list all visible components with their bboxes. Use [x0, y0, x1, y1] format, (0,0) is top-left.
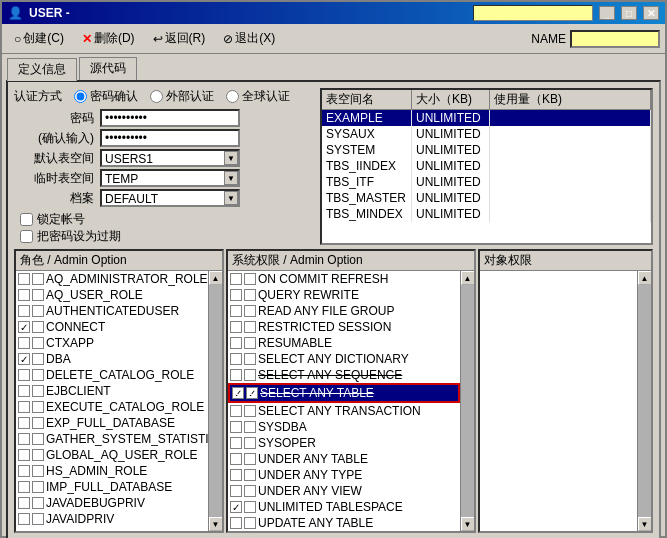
scroll-up-button[interactable]: ▲: [638, 271, 652, 285]
default-tablespace-select[interactable]: USERS1: [100, 149, 240, 167]
list-item[interactable]: SYSOPER: [228, 435, 460, 451]
close-button[interactable]: ✕: [643, 6, 659, 20]
checkbox2-icon[interactable]: [32, 289, 44, 301]
list-item[interactable]: UNDER ANY VIEW: [228, 483, 460, 499]
delete-button[interactable]: ✕ 删除(D): [75, 27, 142, 50]
checkbox2-icon[interactable]: [32, 465, 44, 477]
create-button[interactable]: ○ 创建(C): [7, 27, 71, 50]
checkbox-icon[interactable]: [18, 321, 30, 333]
checkbox2-icon[interactable]: [244, 405, 256, 417]
scroll-track[interactable]: [461, 285, 475, 517]
scroll-track[interactable]: [638, 285, 652, 517]
list-item[interactable]: HS_ADMIN_ROLE: [16, 463, 208, 479]
list-item[interactable]: SELECT ANY DICTIONARY: [228, 351, 460, 367]
table-row[interactable]: TBS_IINDEX UNLIMITED: [322, 158, 651, 174]
scroll-down-button[interactable]: ▼: [461, 517, 475, 531]
confirm-input[interactable]: [100, 129, 240, 147]
checkbox2-icon[interactable]: [244, 305, 256, 317]
maximize-button[interactable]: □: [621, 6, 637, 20]
list-item[interactable]: SELECT ANY SEQUENCE: [228, 367, 460, 383]
checkbox2-icon[interactable]: [32, 481, 44, 493]
auth-option2[interactable]: 外部认证: [150, 88, 214, 105]
table-row[interactable]: TBS_MASTER UNLIMITED: [322, 190, 651, 206]
checkbox2-icon[interactable]: [246, 387, 258, 399]
list-item[interactable]: DBA: [16, 351, 208, 367]
exit-button[interactable]: ⊘ 退出(X): [216, 27, 282, 50]
checkbox2-icon[interactable]: [244, 517, 256, 529]
checkbox2-icon[interactable]: [244, 437, 256, 449]
list-item[interactable]: JAVAIDPRIV: [16, 511, 208, 527]
checkbox-icon[interactable]: [18, 337, 30, 349]
list-item[interactable]: AQ_ADMINISTRATOR_ROLE: [16, 271, 208, 287]
checkbox-icon[interactable]: [18, 481, 30, 493]
checkbox-icon[interactable]: [230, 453, 242, 465]
checkbox-icon[interactable]: [18, 449, 30, 461]
checkbox2-icon[interactable]: [244, 369, 256, 381]
list-item[interactable]: CONNECT: [16, 319, 208, 335]
password-input[interactable]: [100, 109, 240, 127]
list-item[interactable]: RESUMABLE: [228, 335, 460, 351]
objprivs-scrollbar[interactable]: ▲ ▼: [637, 271, 651, 531]
list-item[interactable]: QUERY REWRITE: [228, 287, 460, 303]
archive-select[interactable]: DEFAULT: [100, 189, 240, 207]
checkbox-icon[interactable]: [18, 401, 30, 413]
checkbox-icon[interactable]: [230, 321, 242, 333]
checkbox2-icon[interactable]: [244, 453, 256, 465]
checkbox2-icon[interactable]: [244, 289, 256, 301]
checkbox2-icon[interactable]: [32, 417, 44, 429]
checkbox-icon[interactable]: [230, 485, 242, 497]
checkbox-icon[interactable]: [18, 433, 30, 445]
expire-checkbox[interactable]: [20, 230, 33, 243]
checkbox-icon[interactable]: [18, 465, 30, 477]
checkbox-icon[interactable]: [230, 273, 242, 285]
list-item[interactable]: DELETE_CATALOG_ROLE: [16, 367, 208, 383]
checkbox-icon[interactable]: [18, 353, 30, 365]
roles-scrollbar[interactable]: ▲ ▼: [208, 271, 222, 531]
checkbox2-icon[interactable]: [32, 513, 44, 525]
checkbox2-icon[interactable]: [244, 337, 256, 349]
name-input[interactable]: [570, 30, 660, 48]
table-row[interactable]: TBS_ITF UNLIMITED: [322, 174, 651, 190]
list-item[interactable]: JAVADEBUGPRIV: [16, 495, 208, 511]
checkbox2-icon[interactable]: [32, 305, 44, 317]
list-item[interactable]: SYSDBA: [228, 419, 460, 435]
checkbox-icon[interactable]: [230, 469, 242, 481]
checkbox-icon[interactable]: [18, 417, 30, 429]
scroll-track[interactable]: [209, 285, 223, 517]
temp-tablespace-select[interactable]: TEMP: [100, 169, 240, 187]
checkbox-icon[interactable]: [230, 405, 242, 417]
list-item[interactable]: ON COMMIT REFRESH: [228, 271, 460, 287]
title-name-input[interactable]: [473, 5, 593, 21]
checkbox-icon[interactable]: [230, 337, 242, 349]
minimize-button[interactable]: _: [599, 6, 615, 20]
table-row[interactable]: SYSAUX UNLIMITED: [322, 126, 651, 142]
table-row[interactable]: EXAMPLE UNLIMITED: [322, 110, 651, 126]
checkbox-icon[interactable]: [18, 385, 30, 397]
checkbox-icon[interactable]: [230, 421, 242, 433]
auth-option1[interactable]: 密码确认: [74, 88, 138, 105]
checkbox-icon[interactable]: [230, 305, 242, 317]
list-item[interactable]: UPDATE ANY TABLE: [228, 515, 460, 531]
checkbox-icon[interactable]: [230, 353, 242, 365]
checkbox2-icon[interactable]: [32, 497, 44, 509]
checkbox2-icon[interactable]: [32, 321, 44, 333]
checkbox2-icon[interactable]: [32, 369, 44, 381]
scroll-down-button[interactable]: ▼: [638, 517, 652, 531]
table-row[interactable]: SYSTEM UNLIMITED: [322, 142, 651, 158]
checkbox-icon[interactable]: [230, 501, 242, 513]
tab-definition[interactable]: 定义信息: [7, 58, 77, 81]
list-item[interactable]: UNLIMITED TABLESPACE: [228, 499, 460, 515]
checkbox-icon[interactable]: [18, 513, 30, 525]
checkbox2-icon[interactable]: [244, 273, 256, 285]
checkbox2-icon[interactable]: [244, 501, 256, 513]
list-item[interactable]: GATHER_SYSTEM_STATISTICS: [16, 431, 208, 447]
tab-source[interactable]: 源代码: [79, 57, 137, 80]
checkbox2-icon[interactable]: [244, 485, 256, 497]
list-item[interactable]: EJBCLIENT: [16, 383, 208, 399]
list-item[interactable]: RESTRICTED SESSION: [228, 319, 460, 335]
checkbox-icon[interactable]: [230, 437, 242, 449]
checkbox2-icon[interactable]: [32, 353, 44, 365]
checkbox2-icon[interactable]: [244, 321, 256, 333]
checkbox2-icon[interactable]: [32, 385, 44, 397]
checkbox-icon[interactable]: [232, 387, 244, 399]
